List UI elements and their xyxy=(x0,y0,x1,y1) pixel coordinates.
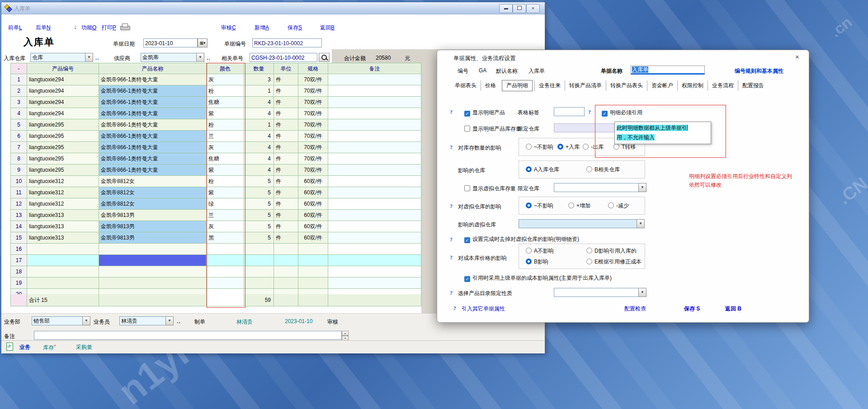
cell-unit[interactable]: 件 xyxy=(274,153,298,165)
cell-product-code[interactable]: liangtuoxie294 xyxy=(27,74,99,85)
cell-color[interactable]: 灰 xyxy=(207,142,244,153)
cell-spec[interactable]: 70双/件 xyxy=(298,85,328,97)
cell-product-name[interactable] xyxy=(99,244,207,255)
table-row[interactable]: 13liangtuoxie313金凯帝9813男兰5件60双/件 xyxy=(10,210,422,221)
toolbar-button-L[interactable]: 前单L xyxy=(8,24,22,32)
date-input[interactable]: 2023-01-10 xyxy=(143,38,198,47)
column-header[interactable]: 数量 xyxy=(244,63,274,74)
cell-row-number[interactable]: 2 xyxy=(10,85,27,97)
cell-product-code[interactable]: liangtuoxie313 xyxy=(27,232,99,244)
warehouse-more-button[interactable]: .. xyxy=(95,55,99,61)
show-virtual-checkbox[interactable]: 显示虚拟仓库存量 xyxy=(464,185,516,193)
table-row[interactable]: 17 xyxy=(10,255,422,266)
cell-note[interactable] xyxy=(328,153,421,165)
cell-note[interactable] xyxy=(328,131,421,142)
cell-product-name[interactable]: 金凯帝866-1奥特曼大童 xyxy=(99,153,207,165)
cell-spec[interactable] xyxy=(298,277,328,289)
cell-color[interactable]: 绿 xyxy=(207,198,244,210)
cell-row-number[interactable]: 16 xyxy=(10,244,27,255)
clerk-more-button[interactable]: .. xyxy=(177,318,181,324)
radio-option[interactable]: E根据引用修正成本 xyxy=(586,258,642,266)
radio-option[interactable]: ~不影响 xyxy=(526,202,553,210)
dialog-tab-转换产品表头[interactable]: 转换产品表头 xyxy=(606,80,647,91)
cell-spec[interactable]: 70双/件 xyxy=(298,142,328,153)
cell-product-name[interactable] xyxy=(99,277,207,289)
cell-row-number[interactable]: 4 xyxy=(10,108,27,119)
cell-color[interactable]: 粉 xyxy=(207,176,244,187)
cell-spec[interactable]: 70双/件 xyxy=(298,165,328,176)
cell-note[interactable] xyxy=(328,210,421,221)
cell-unit[interactable] xyxy=(274,244,298,255)
supplier-select[interactable]: 金凯蒂 xyxy=(141,53,197,62)
table-row[interactable]: 2liangtuoxie294金凯帝966-1奥特曼大童粉1件70双/件 xyxy=(10,85,422,97)
cell-qty[interactable] xyxy=(244,244,274,255)
note-input[interactable] xyxy=(34,331,342,340)
cell-color[interactable]: 紫 xyxy=(207,108,244,119)
cell-unit[interactable] xyxy=(274,255,298,266)
warehouse-dropdown-icon[interactable]: ▼ xyxy=(85,53,93,62)
cell-row-number[interactable]: 11 xyxy=(10,187,27,198)
clerk-select[interactable]: 林清贵 xyxy=(119,316,166,325)
toolbar-button-B[interactable]: 返回B xyxy=(320,24,335,32)
cell-product-name[interactable]: 金凯帝966-1奥特曼大童 xyxy=(99,74,207,85)
cell-note[interactable] xyxy=(328,266,421,277)
cell-unit[interactable]: 件 xyxy=(274,97,298,108)
cell-color[interactable]: 黑 xyxy=(207,232,244,244)
table-row[interactable]: 5liangtuoxie295金凯帝866-1奥特曼大童粉1件70双/件 xyxy=(10,119,422,131)
minimize-button[interactable] xyxy=(499,4,513,13)
radio-option[interactable]: A不影响 xyxy=(526,247,554,255)
cell-qty[interactable]: 1 xyxy=(244,119,274,131)
cell-product-code[interactable] xyxy=(27,244,99,255)
cell-note[interactable] xyxy=(328,255,421,266)
cell-qty[interactable]: 5 xyxy=(244,176,274,187)
column-header[interactable]: 规格 xyxy=(298,63,328,74)
cell-color[interactable] xyxy=(207,244,244,255)
help-icon[interactable]: ? xyxy=(450,203,453,210)
supplier-more-button[interactable]: .. xyxy=(207,55,211,61)
cell-note[interactable] xyxy=(328,97,421,108)
cell-qty[interactable]: 5 xyxy=(244,187,274,198)
cell-color[interactable]: 焦糖 xyxy=(207,97,244,108)
bottom-tab-2[interactable]: 库存+ xyxy=(43,343,56,352)
table-row[interactable]: 16 xyxy=(10,244,422,255)
cell-product-code[interactable] xyxy=(27,266,99,277)
cell-spec[interactable]: 70双/件 xyxy=(298,97,328,108)
help-icon[interactable]: ? xyxy=(450,254,453,261)
cell-color[interactable] xyxy=(207,289,244,294)
cell-product-name[interactable]: 金凯帝9813男 xyxy=(99,210,207,221)
dialog-tab-资金帐户[interactable]: 资金帐户 xyxy=(647,80,677,91)
cell-spec[interactable] xyxy=(298,255,328,266)
radio-option[interactable]: -出库 xyxy=(583,143,604,151)
column-header[interactable]: 产品名称 xyxy=(99,63,207,74)
cell-spec[interactable]: 60双/件 xyxy=(298,187,328,198)
search-icon[interactable] xyxy=(319,53,330,62)
cell-row-number[interactable]: 9 xyxy=(10,165,27,176)
cell-row-number[interactable]: 12 xyxy=(10,198,27,210)
radio-option[interactable]: ~不影响 xyxy=(526,143,553,151)
cell-qty[interactable]: 5 xyxy=(244,221,274,232)
cell-row-number[interactable]: 7 xyxy=(10,142,27,153)
radio-option[interactable]: +入库 xyxy=(557,143,580,151)
cell-color[interactable]: 兰 xyxy=(207,131,244,142)
cell-product-name[interactable]: 金凯帝966-1奥特曼大童 xyxy=(99,85,207,97)
table-row[interactable]: 18 xyxy=(10,266,422,277)
cell-product-name[interactable] xyxy=(99,289,207,294)
cell-color[interactable] xyxy=(207,277,244,289)
table-row[interactable]: 10liangtuoxie312金凯帝8812女粉5件60双/件 xyxy=(10,176,422,187)
radio-option[interactable]: -减少 xyxy=(608,202,629,210)
cell-spec[interactable]: 60双/件 xyxy=(298,232,328,244)
dept-select[interactable]: 销售部 xyxy=(32,316,83,325)
help-icon[interactable]: ? xyxy=(588,109,591,116)
radio-option[interactable]: B影响 xyxy=(526,258,548,266)
cell-row-number[interactable]: 20 xyxy=(10,289,27,294)
cell-product-name[interactable]: 金凯帝9813男 xyxy=(99,221,207,232)
table-row[interactable]: 20 xyxy=(10,289,422,294)
cell-spec[interactable]: 60双/件 xyxy=(298,198,328,210)
cell-product-code[interactable]: liangtuoxie294 xyxy=(27,108,99,119)
cell-color[interactable]: 兰 xyxy=(207,210,244,221)
cell-spec[interactable]: 70双/件 xyxy=(298,74,328,85)
cell-note[interactable] xyxy=(328,187,421,198)
bottom-tab-1[interactable]: 业务 xyxy=(19,343,30,351)
cell-unit[interactable]: 件 xyxy=(274,210,298,221)
cell-product-name[interactable]: 金凯帝966-1奥特曼大童 xyxy=(99,97,207,108)
